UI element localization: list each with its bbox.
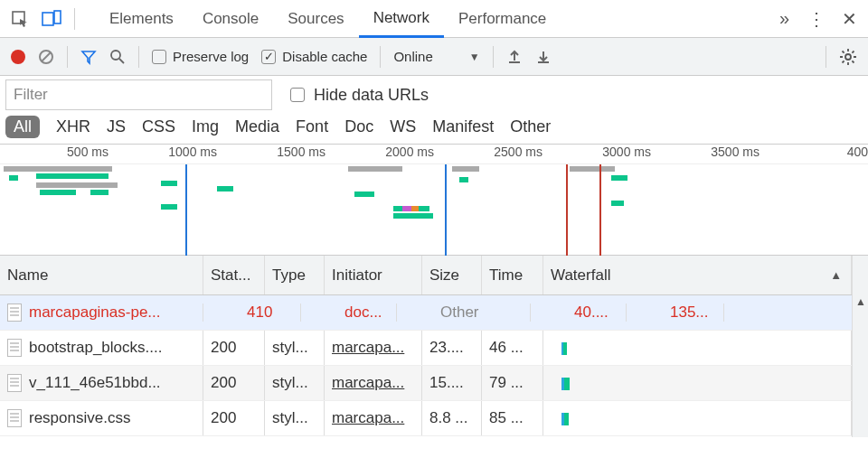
tab-network[interactable]: Network [359,0,444,38]
cell-initiator[interactable]: Other [433,304,531,322]
type-filter-bar: AllXHRJSCSSImgMediaFontDocWSManifestOthe… [0,114,868,144]
cell-status: 410 [240,304,301,322]
divider [380,46,381,68]
col-waterfall[interactable]: Waterfall▲ [543,256,852,294]
filter-css[interactable]: CSS [142,117,175,136]
settings-icon[interactable] [839,48,857,66]
col-status[interactable]: Stat... [203,256,265,294]
svg-rect-1 [42,13,53,25]
close-icon[interactable]: ✕ [842,8,857,30]
cell-status: 200 [203,366,265,400]
tick: 3500 ms [711,145,760,159]
cell-type: styl... [265,401,325,435]
col-size[interactable]: Size [422,256,482,294]
tab-performance[interactable]: Performance [444,0,561,37]
upload-icon[interactable] [506,49,523,65]
table-row[interactable]: bootstrap_blocks....200styl...marcapa...… [0,331,852,366]
cell-time: 85 ... [482,401,543,435]
cell-size: 8.8 ... [422,401,482,435]
table-row[interactable]: responsive.css200styl...marcapa...8.8 ..… [0,401,852,436]
divider [826,46,826,68]
throttling-value: Online [393,49,432,64]
tick: 3000 ms [602,145,651,159]
tick: 400 [847,145,868,159]
cell-status: 200 [203,331,265,365]
clear-icon[interactable] [38,49,54,65]
preserve-log-label: Preserve log [173,49,249,64]
tick: 500 ms [67,145,108,159]
file-icon [7,374,22,392]
devtools-tabs: ElementsConsoleSourcesNetworkPerformance [95,0,779,37]
col-time[interactable]: Time [482,256,543,294]
filter-img[interactable]: Img [192,117,219,136]
filter-doc[interactable]: Doc [344,117,373,136]
search-icon[interactable] [109,49,126,65]
cell-initiator[interactable]: marcapa... [325,366,422,400]
col-type[interactable]: Type [265,256,325,294]
cell-size: 40.... [567,304,627,322]
request-name: marcapaginas-pe... [29,304,161,322]
cell-waterfall [543,331,852,365]
record-button[interactable] [11,50,25,64]
svg-line-4 [42,52,51,61]
cell-size: 23.... [422,331,482,365]
tick: 2500 ms [494,145,542,159]
preserve-log-checkbox[interactable]: Preserve log [152,49,249,64]
filter-xhr[interactable]: XHR [56,117,90,136]
cell-size: 15.... [422,366,482,400]
divider [74,8,75,30]
tab-elements[interactable]: Elements [95,0,188,37]
filter-js[interactable]: JS [107,117,126,136]
filter-media[interactable]: Media [235,117,279,136]
filter-icon[interactable] [80,49,97,65]
overflow-icon[interactable]: » [779,8,789,29]
download-icon[interactable] [535,49,552,65]
scrollbar[interactable]: ▲ [852,256,868,437]
disable-cache-checkbox[interactable]: Disable cache [261,49,367,64]
divider [67,46,68,68]
filter-manifest[interactable]: Manifest [432,117,494,136]
inspect-icon[interactable] [11,10,29,28]
hide-data-urls-label: Hide data URLs [314,86,429,105]
hide-data-urls-checkbox[interactable]: Hide data URLs [290,86,429,105]
chevron-down-icon: ▼ [469,51,480,63]
file-icon [7,339,22,357]
scroll-up-icon[interactable]: ▲ [855,295,866,308]
tick: 1000 ms [168,145,217,159]
throttling-select[interactable]: Online ▼ [393,49,479,64]
divider [493,46,494,68]
filter-all[interactable]: All [5,116,40,138]
filter-font[interactable]: Font [296,117,328,136]
cell-initiator[interactable]: marcapa... [325,331,422,365]
device-icon[interactable] [42,10,61,28]
table-header: Name Stat... Type Initiator Size Time Wa… [0,256,852,295]
cell-waterfall [543,366,852,400]
cell-time: 79 ... [482,366,543,400]
file-icon [7,304,22,322]
cell-status: 200 [203,401,265,435]
timeline-overview[interactable]: 500 ms1000 ms1500 ms2000 ms2500 ms3000 m… [0,144,868,256]
table-row[interactable]: marcapaginas-pe...410doc...Other40....13… [0,295,852,331]
col-initiator[interactable]: Initiator [325,256,422,294]
svg-rect-2 [54,11,61,23]
cell-type: styl... [265,331,325,365]
filter-input[interactable] [5,79,272,110]
file-icon [7,409,22,427]
request-name: responsive.css [29,409,130,427]
cell-time: 46 ... [482,331,543,365]
cell-waterfall [543,401,852,435]
svg-point-7 [845,54,851,60]
filter-other[interactable]: Other [510,117,551,136]
tick: 2000 ms [385,145,434,159]
col-name[interactable]: Name [0,256,203,294]
table-row[interactable]: v_111_46e51bbd...200styl...marcapa...15.… [0,366,852,401]
cell-type: styl... [265,366,325,400]
kebab-icon[interactable]: ⋮ [807,8,824,30]
cell-initiator[interactable]: marcapa... [325,401,422,435]
tab-sources[interactable]: Sources [273,0,358,37]
tab-console[interactable]: Console [188,0,273,37]
filter-ws[interactable]: WS [390,117,416,136]
request-name: bootstrap_blocks.... [29,339,162,357]
request-name: v_111_46e51bbd... [29,374,161,392]
cell-time: 135... [663,304,724,322]
